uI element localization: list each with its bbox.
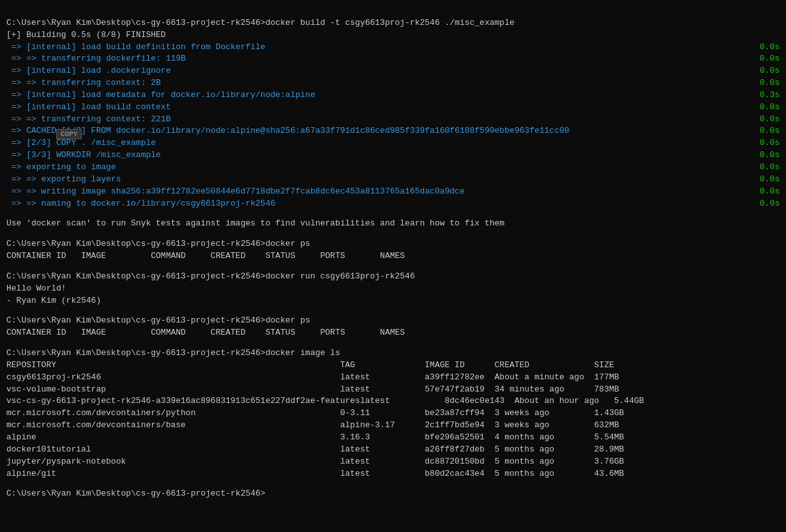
terminal-line xyxy=(6,209,780,218)
terminal-line: => CACHED [1/3] FROM docker.io/library/n… xyxy=(6,125,780,137)
step-time: 0.0s xyxy=(748,174,780,186)
terminal-line xyxy=(6,480,780,488)
terminal-line: alpine 3.16.3 bfe296a52501 4 months ago … xyxy=(6,432,780,444)
step-time: 0.0s xyxy=(748,53,780,65)
terminal-line xyxy=(6,230,780,238)
step-time: 0.0s xyxy=(748,77,780,89)
step-left: => exporting to image xyxy=(6,162,116,174)
terminal-line: [+] Building 0.5s (8/8) FINISHED xyxy=(6,29,780,42)
terminal-line: => [internal] load .dockerignore0.0s xyxy=(6,65,780,77)
terminal-line: => => transferring context: 221B0.0s xyxy=(6,114,780,126)
step-time: 0.0s xyxy=(748,162,780,174)
step-time: 0.3s xyxy=(748,89,780,102)
terminal-line: docker101tutorial latest a26ff8f27deb 5 … xyxy=(6,444,780,456)
terminal-line: C:\Users\Ryan Kim\Desktop\cs-gy-6613-pro… xyxy=(6,271,780,283)
step-left: => [2/3] COPY . /misc_example xyxy=(6,137,156,149)
step-time: 0.0s xyxy=(748,114,780,126)
terminal-line xyxy=(6,307,780,315)
terminal-line: C:\Users\Ryan Kim\Desktop\cs-gy-6613-pro… xyxy=(6,315,780,327)
step-left: => => writing image sha256:a39ff12782ee5… xyxy=(6,186,465,198)
terminal-line: => exporting to image0.0s xyxy=(6,162,780,174)
terminal-line: => [internal] load build definition from… xyxy=(6,42,780,54)
step-left: => => transferring context: 221B xyxy=(6,114,170,126)
step-left: => => transferring dockerfile: 119B xyxy=(6,53,186,65)
terminal-line: REPOSITORY TAG IMAGE ID CREATED SIZE xyxy=(6,360,780,372)
terminal-line: => [3/3] WORKDIR /misc_example0.0s xyxy=(6,149,780,162)
terminal-line: Hello World! xyxy=(6,283,780,295)
step-left: => [internal] load build definition from… xyxy=(6,42,266,54)
step-left: => [internal] load metadata for docker.i… xyxy=(6,89,315,102)
terminal-line: => [internal] load build context0.0s xyxy=(6,102,780,114)
terminal-line: => => transferring context: 2B0.0s xyxy=(6,77,780,89)
terminal-line: mcr.microsoft.com/devcontainers/base alp… xyxy=(6,420,780,432)
step-left: => => transferring context: 2B xyxy=(6,77,161,89)
terminal-line: => => naming to docker.io/library/csgy66… xyxy=(6,198,780,210)
step-time: 0.0s xyxy=(748,198,780,210)
step-time: 0.0s xyxy=(748,149,780,162)
step-time: 0.0s xyxy=(748,137,780,149)
copy-badge[interactable]: COPY xyxy=(56,129,82,139)
terminal-line: => [2/3] COPY . /misc_example0.0s xyxy=(6,137,780,149)
step-left: => [internal] load build context xyxy=(6,102,170,114)
step-time: 0.0s xyxy=(748,102,780,114)
terminal-line xyxy=(6,339,780,347)
terminal-line: - Ryan Kim (rk2546) xyxy=(6,295,780,307)
terminal-window: C:\Users\Ryan Kim\Desktop\cs-gy-6613-pro… xyxy=(0,0,786,505)
step-time: 0.0s xyxy=(748,125,780,137)
terminal-line: => [internal] load metadata for docker.i… xyxy=(6,89,780,102)
terminal-line: vsc-volume-bootstrap latest 57e747f2ab19… xyxy=(6,384,780,396)
terminal-line: csgy6613proj-rk2546 latest a39ff12782ee … xyxy=(6,372,780,384)
step-time: 0.0s xyxy=(748,42,780,54)
terminal-line xyxy=(6,262,780,271)
terminal-line: => => transferring dockerfile: 119B0.0s xyxy=(6,53,780,65)
terminal-line: => => writing image sha256:a39ff12782ee5… xyxy=(6,186,780,198)
step-left: => => naming to docker.io/library/csgy66… xyxy=(6,198,275,210)
terminal-line: CONTAINER ID IMAGE COMMAND CREATED STATU… xyxy=(6,250,780,262)
terminal-line: jupyter/pyspark-notebook latest dc887201… xyxy=(6,456,780,468)
step-left: => => exporting layers xyxy=(6,174,121,186)
terminal-line: C:\Users\Ryan Kim\Desktop\cs-gy-6613-pro… xyxy=(6,238,780,250)
step-left: => [internal] load .dockerignore xyxy=(6,65,170,77)
terminal-line: alpine/git latest b80d2cac43e4 5 months … xyxy=(6,468,780,480)
terminal-line: vsc-cs-gy-6613-project-rk2546-a339e16ac8… xyxy=(6,395,780,407)
terminal-line: CONTAINER ID IMAGE COMMAND CREATED STATU… xyxy=(6,327,780,339)
terminal-line: C:\Users\Ryan Kim\Desktop\cs-gy-6613-pro… xyxy=(6,347,780,360)
terminal-line: Use 'docker scan' to run Snyk tests agai… xyxy=(6,218,780,230)
terminal-line: C:\Users\Ryan Kim\Desktop\cs-gy-6613-pro… xyxy=(6,17,780,29)
terminal-line: => => exporting layers0.0s xyxy=(6,174,780,186)
step-time: 0.0s xyxy=(748,65,780,77)
terminal-line: C:\Users\Ryan Kim\Desktop\cs-gy-6613-pro… xyxy=(6,488,780,500)
terminal-line: mcr.microsoft.com/devcontainers/python 0… xyxy=(6,407,780,420)
step-left: => CACHED [1/3] FROM docker.io/library/n… xyxy=(6,125,570,137)
step-time: 0.0s xyxy=(748,186,780,198)
step-left: => [3/3] WORKDIR /misc_example xyxy=(6,149,161,162)
